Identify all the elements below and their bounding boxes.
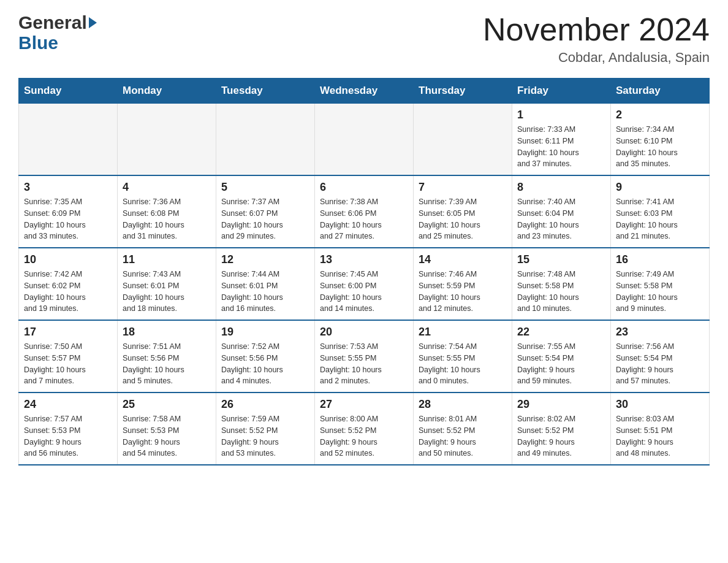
- calendar-week-5: 24Sunrise: 7:57 AM Sunset: 5:53 PM Dayli…: [19, 393, 710, 465]
- day-info: Sunrise: 8:03 AM Sunset: 5:51 PM Dayligh…: [616, 413, 704, 459]
- day-number: 21: [419, 326, 507, 339]
- calendar-cell: 4Sunrise: 7:36 AM Sunset: 6:08 PM Daylig…: [118, 175, 216, 248]
- day-info: Sunrise: 7:45 AM Sunset: 6:00 PM Dayligh…: [320, 269, 408, 315]
- day-info: Sunrise: 7:54 AM Sunset: 5:55 PM Dayligh…: [419, 341, 507, 387]
- day-info: Sunrise: 7:48 AM Sunset: 5:58 PM Dayligh…: [517, 269, 605, 315]
- calendar-cell: 20Sunrise: 7:53 AM Sunset: 5:55 PM Dayli…: [315, 320, 414, 393]
- weekday-header-wednesday: Wednesday: [315, 79, 414, 104]
- day-number: 25: [123, 398, 211, 411]
- calendar-cell: 26Sunrise: 7:59 AM Sunset: 5:52 PM Dayli…: [216, 393, 315, 465]
- weekday-header-saturday: Saturday: [611, 79, 710, 104]
- calendar-cell: 12Sunrise: 7:44 AM Sunset: 6:01 PM Dayli…: [216, 248, 315, 320]
- day-number: 22: [517, 326, 605, 339]
- day-number: 2: [616, 109, 704, 121]
- day-info: Sunrise: 7:51 AM Sunset: 5:56 PM Dayligh…: [123, 341, 211, 387]
- day-info: Sunrise: 7:36 AM Sunset: 6:08 PM Dayligh…: [123, 196, 211, 242]
- calendar-cell: 7Sunrise: 7:39 AM Sunset: 6:05 PM Daylig…: [414, 175, 512, 248]
- calendar-cell: 23Sunrise: 7:56 AM Sunset: 5:54 PM Dayli…: [611, 320, 710, 393]
- day-info: Sunrise: 7:35 AM Sunset: 6:09 PM Dayligh…: [24, 196, 112, 242]
- calendar-cell: 9Sunrise: 7:41 AM Sunset: 6:03 PM Daylig…: [611, 175, 710, 248]
- day-number: 13: [320, 253, 408, 266]
- calendar-cell: 1Sunrise: 7:33 AM Sunset: 6:11 PM Daylig…: [512, 104, 611, 176]
- logo-blue-text: Blue: [18, 33, 58, 53]
- calendar-week-4: 17Sunrise: 7:50 AM Sunset: 5:57 PM Dayli…: [19, 320, 710, 393]
- day-number: 14: [419, 253, 507, 266]
- day-number: 5: [221, 181, 309, 194]
- weekday-header-sunday: Sunday: [19, 79, 118, 104]
- calendar-cell: 2Sunrise: 7:34 AM Sunset: 6:10 PM Daylig…: [611, 104, 710, 176]
- calendar-cell: 14Sunrise: 7:46 AM Sunset: 5:59 PM Dayli…: [414, 248, 512, 320]
- calendar-cell: 25Sunrise: 7:58 AM Sunset: 5:53 PM Dayli…: [118, 393, 216, 465]
- day-number: 11: [123, 253, 211, 266]
- day-info: Sunrise: 7:37 AM Sunset: 6:07 PM Dayligh…: [221, 196, 309, 242]
- calendar-cell: [414, 104, 512, 176]
- calendar-cell: 13Sunrise: 7:45 AM Sunset: 6:00 PM Dayli…: [315, 248, 414, 320]
- logo-triangle-icon: [89, 17, 97, 28]
- day-info: Sunrise: 7:58 AM Sunset: 5:53 PM Dayligh…: [123, 413, 211, 459]
- day-info: Sunrise: 7:46 AM Sunset: 5:59 PM Dayligh…: [419, 269, 507, 315]
- calendar-cell: 27Sunrise: 8:00 AM Sunset: 5:52 PM Dayli…: [315, 393, 414, 465]
- day-info: Sunrise: 8:00 AM Sunset: 5:52 PM Dayligh…: [320, 413, 408, 459]
- calendar-cell: [315, 104, 414, 176]
- day-number: 10: [24, 253, 112, 266]
- day-number: 16: [616, 253, 704, 266]
- day-info: Sunrise: 7:38 AM Sunset: 6:06 PM Dayligh…: [320, 196, 408, 242]
- day-number: 8: [517, 181, 605, 194]
- calendar-cell: 28Sunrise: 8:01 AM Sunset: 5:52 PM Dayli…: [414, 393, 512, 465]
- day-info: Sunrise: 7:50 AM Sunset: 5:57 PM Dayligh…: [24, 341, 112, 387]
- calendar-cell: 8Sunrise: 7:40 AM Sunset: 6:04 PM Daylig…: [512, 175, 611, 248]
- day-info: Sunrise: 7:34 AM Sunset: 6:10 PM Dayligh…: [616, 124, 704, 170]
- day-info: Sunrise: 7:43 AM Sunset: 6:01 PM Dayligh…: [123, 269, 211, 315]
- page-header: General Blue November 2024 Cobdar, Andal…: [18, 12, 710, 66]
- day-number: 15: [517, 253, 605, 266]
- day-number: 3: [24, 181, 112, 194]
- day-info: Sunrise: 7:52 AM Sunset: 5:56 PM Dayligh…: [221, 341, 309, 387]
- day-info: Sunrise: 8:01 AM Sunset: 5:52 PM Dayligh…: [419, 413, 507, 459]
- day-number: 6: [320, 181, 408, 194]
- day-number: 24: [24, 398, 112, 411]
- day-number: 27: [320, 398, 408, 411]
- day-info: Sunrise: 7:33 AM Sunset: 6:11 PM Dayligh…: [517, 124, 605, 170]
- day-number: 9: [616, 181, 704, 194]
- calendar-cell: 22Sunrise: 7:55 AM Sunset: 5:54 PM Dayli…: [512, 320, 611, 393]
- weekday-header-friday: Friday: [512, 79, 611, 104]
- day-info: Sunrise: 7:39 AM Sunset: 6:05 PM Dayligh…: [419, 196, 507, 242]
- day-number: 17: [24, 326, 112, 339]
- day-info: Sunrise: 8:02 AM Sunset: 5:52 PM Dayligh…: [517, 413, 605, 459]
- logo-general-text: General: [18, 12, 87, 33]
- weekday-header-tuesday: Tuesday: [216, 79, 315, 104]
- calendar-cell: 16Sunrise: 7:49 AM Sunset: 5:58 PM Dayli…: [611, 248, 710, 320]
- calendar-cell: [118, 104, 216, 176]
- day-info: Sunrise: 7:55 AM Sunset: 5:54 PM Dayligh…: [517, 341, 605, 387]
- day-number: 26: [221, 398, 309, 411]
- calendar-cell: 29Sunrise: 8:02 AM Sunset: 5:52 PM Dayli…: [512, 393, 611, 465]
- calendar-cell: 17Sunrise: 7:50 AM Sunset: 5:57 PM Dayli…: [19, 320, 118, 393]
- day-number: 28: [419, 398, 507, 411]
- calendar-cell: [216, 104, 315, 176]
- title-block: November 2024 Cobdar, Andalusia, Spain: [483, 12, 710, 66]
- day-number: 7: [419, 181, 507, 194]
- day-info: Sunrise: 7:53 AM Sunset: 5:55 PM Dayligh…: [320, 341, 408, 387]
- day-number: 4: [123, 181, 211, 194]
- calendar-cell: 6Sunrise: 7:38 AM Sunset: 6:06 PM Daylig…: [315, 175, 414, 248]
- day-number: 1: [517, 109, 605, 121]
- calendar-cell: 21Sunrise: 7:54 AM Sunset: 5:55 PM Dayli…: [414, 320, 512, 393]
- month-year-heading: November 2024: [483, 12, 710, 47]
- logo: General Blue: [18, 12, 97, 53]
- day-info: Sunrise: 7:42 AM Sunset: 6:02 PM Dayligh…: [24, 269, 112, 315]
- calendar-cell: 3Sunrise: 7:35 AM Sunset: 6:09 PM Daylig…: [19, 175, 118, 248]
- day-number: 18: [123, 326, 211, 339]
- calendar-table: SundayMondayTuesdayWednesdayThursdayFrid…: [18, 78, 710, 465]
- calendar-cell: 10Sunrise: 7:42 AM Sunset: 6:02 PM Dayli…: [19, 248, 118, 320]
- calendar-week-2: 3Sunrise: 7:35 AM Sunset: 6:09 PM Daylig…: [19, 175, 710, 248]
- day-info: Sunrise: 7:56 AM Sunset: 5:54 PM Dayligh…: [616, 341, 704, 387]
- calendar-cell: 24Sunrise: 7:57 AM Sunset: 5:53 PM Dayli…: [19, 393, 118, 465]
- calendar-cell: [19, 104, 118, 176]
- day-info: Sunrise: 7:41 AM Sunset: 6:03 PM Dayligh…: [616, 196, 704, 242]
- day-number: 19: [221, 326, 309, 339]
- weekday-header-thursday: Thursday: [414, 79, 512, 104]
- calendar-cell: 18Sunrise: 7:51 AM Sunset: 5:56 PM Dayli…: [118, 320, 216, 393]
- calendar-cell: 5Sunrise: 7:37 AM Sunset: 6:07 PM Daylig…: [216, 175, 315, 248]
- day-number: 29: [517, 398, 605, 411]
- day-info: Sunrise: 7:44 AM Sunset: 6:01 PM Dayligh…: [221, 269, 309, 315]
